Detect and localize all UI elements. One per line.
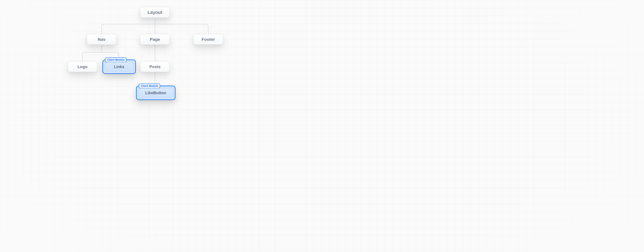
node-nav-label: Nav	[98, 37, 106, 42]
node-layout: Layout	[140, 7, 170, 18]
client-module-tag-label: Client Module	[141, 84, 158, 87]
node-page: Page	[140, 34, 170, 45]
node-links: Links	[105, 62, 133, 71]
client-module-tag-label: Client Module	[107, 58, 124, 61]
node-logo-label: Logo	[78, 64, 88, 69]
node-likebutton: LikeButton	[139, 88, 173, 97]
client-module-links: Client Module Links	[102, 59, 136, 74]
node-posts-label: Posts	[149, 64, 160, 69]
diagram-stage: Layout Nav Page Footer Logo Client Modul…	[0, 0, 322, 126]
node-posts: Posts	[140, 61, 170, 72]
node-footer-label: Footer	[202, 37, 215, 42]
node-layout-label: Layout	[148, 10, 162, 15]
client-module-tag: Client Module	[139, 84, 160, 88]
client-module-tag: Client Module	[105, 57, 126, 62]
node-logo: Logo	[68, 61, 97, 72]
node-footer: Footer	[194, 34, 223, 45]
node-links-label: Links	[114, 64, 124, 69]
node-nav: Nav	[87, 34, 116, 45]
node-likebutton-label: LikeButton	[145, 91, 166, 95]
node-page-label: Page	[150, 37, 160, 42]
client-module-likebutton: Client Module LikeButton	[136, 86, 176, 100]
